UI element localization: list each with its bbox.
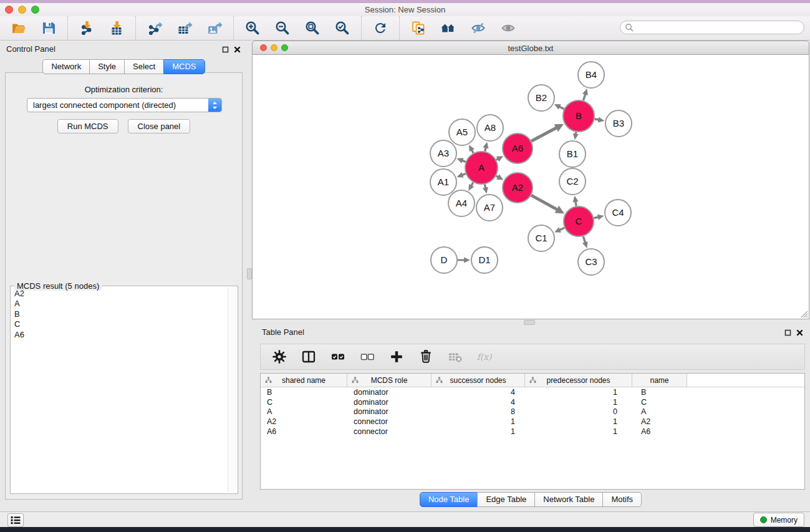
vertical-split-divider[interactable] bbox=[246, 41, 251, 510]
horizontal-split-divider[interactable] bbox=[251, 319, 810, 324]
graph-edge-A6-B[interactable] bbox=[531, 127, 557, 141]
table-cell[interactable]: 4 bbox=[432, 388, 525, 397]
network-canvas[interactable]: B4B2BB3A8A5A6B1A3AC2A1A2A4A7C4CC1C3DD1 bbox=[252, 55, 809, 319]
table-cell[interactable]: dominator bbox=[347, 407, 432, 416]
column-header-mcds-role[interactable]: MCDS role bbox=[347, 374, 432, 387]
table-cell[interactable]: dominator bbox=[347, 388, 432, 397]
toolbar-group bbox=[399, 16, 527, 40]
tab-mcds[interactable]: MCDS bbox=[163, 59, 205, 74]
export-network-button[interactable] bbox=[146, 19, 163, 37]
column-header-successor-nodes[interactable]: successor nodes bbox=[432, 374, 525, 387]
optimization-criterion-dropdown[interactable]: largest connected component (directed) bbox=[27, 98, 222, 112]
table-cell[interactable]: 1 bbox=[525, 427, 632, 436]
zoom-fit-button[interactable] bbox=[304, 19, 321, 37]
resize-grip-icon[interactable] bbox=[800, 310, 808, 318]
table-cell[interactable]: 0 bbox=[525, 407, 632, 416]
tab-select[interactable]: Select bbox=[124, 59, 164, 74]
graph-edge-A2-C[interactable] bbox=[531, 195, 558, 210]
split-panel-button[interactable] bbox=[301, 349, 317, 365]
table-cell[interactable]: B bbox=[632, 388, 687, 397]
tab-style[interactable]: Style bbox=[89, 59, 125, 74]
table-cell[interactable]: A2 bbox=[632, 417, 687, 426]
table-cell[interactable]: 1 bbox=[525, 417, 632, 426]
delete-table-button[interactable] bbox=[447, 349, 463, 365]
zoom-out-button[interactable] bbox=[274, 19, 291, 37]
mcds-result-item[interactable]: B bbox=[12, 309, 228, 319]
mcds-result-item[interactable]: A6 bbox=[12, 330, 228, 340]
table-panel-close-icon[interactable] bbox=[796, 329, 804, 337]
table-row[interactable]: A6connector11A6 bbox=[261, 427, 804, 437]
import-table-button[interactable] bbox=[108, 19, 125, 37]
control-panel-close-icon[interactable] bbox=[233, 46, 241, 54]
table-row[interactable]: A2connector11A2 bbox=[261, 417, 804, 427]
table-panel-float-icon[interactable] bbox=[784, 329, 792, 337]
control-panel-float-icon[interactable] bbox=[221, 46, 229, 54]
delete-table-icon bbox=[448, 349, 463, 364]
export-table-button[interactable] bbox=[176, 19, 193, 37]
graph-node-label: A2 bbox=[512, 182, 523, 193]
column-header-shared-name[interactable]: shared name bbox=[261, 374, 347, 387]
table-cell[interactable]: A bbox=[261, 407, 347, 416]
divider-grip[interactable] bbox=[524, 320, 535, 325]
search-input[interactable] bbox=[634, 23, 804, 32]
show-panels-button[interactable] bbox=[7, 513, 24, 527]
search-box[interactable] bbox=[620, 21, 804, 34]
edge-arrowhead-icon bbox=[457, 172, 464, 178]
table-row[interactable]: Bdominator41B bbox=[261, 387, 804, 397]
save-session-button[interactable] bbox=[40, 19, 57, 37]
network-window-titlebar[interactable]: testGlobe.txt bbox=[252, 41, 809, 55]
table-cell[interactable]: 8 bbox=[432, 407, 525, 416]
divider-grip[interactable] bbox=[247, 268, 252, 279]
table-cell[interactable]: connector bbox=[347, 427, 432, 436]
table-cell[interactable]: C bbox=[261, 398, 347, 407]
result-scrollbar[interactable] bbox=[228, 288, 236, 492]
table-cell[interactable]: A6 bbox=[261, 427, 347, 436]
table-cell[interactable]: B bbox=[261, 388, 347, 397]
run-mcds-button[interactable]: Run MCDS bbox=[57, 119, 118, 133]
table-cell[interactable]: A bbox=[632, 407, 687, 416]
export-image-button[interactable] bbox=[206, 19, 223, 37]
hide-selected-button[interactable] bbox=[470, 19, 487, 37]
edge-arrowhead-icon bbox=[598, 117, 605, 122]
first-neighbors-button[interactable] bbox=[440, 19, 457, 37]
zoom-selected-button[interactable] bbox=[334, 19, 351, 37]
open-file-button[interactable] bbox=[10, 19, 27, 37]
application-window: Session: New Session Control Panel Netwo… bbox=[0, 0, 810, 532]
tab-network[interactable]: Network bbox=[42, 59, 90, 74]
table-cell[interactable]: 1 bbox=[525, 398, 632, 407]
show-all-button[interactable] bbox=[499, 19, 517, 37]
add-column-button[interactable] bbox=[388, 349, 405, 365]
table-cell[interactable]: C bbox=[632, 398, 687, 407]
table-cell[interactable]: A2 bbox=[261, 417, 347, 426]
table-cell[interactable]: 1 bbox=[432, 427, 525, 436]
mcds-result-item[interactable]: C bbox=[12, 319, 228, 329]
close-panel-button[interactable]: Close panel bbox=[128, 119, 191, 133]
tab-network-table[interactable]: Network Table bbox=[534, 492, 603, 507]
table-cell[interactable]: 1 bbox=[432, 417, 525, 426]
deselect-all-rows-button[interactable] bbox=[359, 349, 375, 365]
mcds-result-item[interactable]: A2 bbox=[12, 289, 228, 299]
select-all-rows-button[interactable] bbox=[330, 349, 346, 365]
function-builder-button[interactable]: f(x) bbox=[476, 349, 493, 365]
table-settings-button[interactable] bbox=[271, 349, 287, 365]
apply-layout-button[interactable] bbox=[372, 19, 389, 37]
table-cell[interactable]: A6 bbox=[632, 427, 687, 436]
tab-node-table[interactable]: Node Table bbox=[420, 492, 478, 507]
network-overview-button[interactable] bbox=[410, 19, 427, 37]
import-network-button[interactable] bbox=[78, 19, 95, 37]
table-cell[interactable]: dominator bbox=[347, 398, 432, 407]
table-cell[interactable]: 4 bbox=[432, 398, 525, 407]
zoom-in-button[interactable] bbox=[244, 19, 261, 37]
column-header-name[interactable]: name bbox=[632, 374, 687, 387]
mcds-result-item[interactable]: A bbox=[12, 299, 228, 309]
graph-node-label: A3 bbox=[438, 148, 449, 158]
column-header-predecessor-nodes[interactable]: predecessor nodes bbox=[525, 374, 632, 387]
memory-button[interactable]: Memory bbox=[753, 513, 804, 527]
table-row[interactable]: Adominator80A bbox=[261, 407, 804, 417]
tab-motifs[interactable]: Motifs bbox=[602, 492, 642, 507]
table-row[interactable]: Cdominator41C bbox=[261, 397, 804, 407]
table-cell[interactable]: connector bbox=[347, 417, 432, 426]
tab-edge-table[interactable]: Edge Table bbox=[477, 492, 535, 507]
delete-column-button[interactable] bbox=[418, 349, 434, 365]
table-cell[interactable]: 1 bbox=[525, 388, 632, 397]
